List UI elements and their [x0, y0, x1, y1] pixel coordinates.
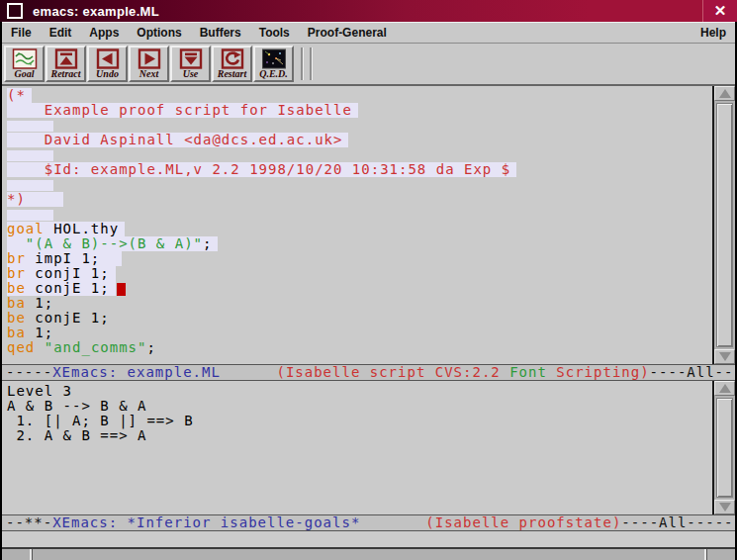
code-segment-keyword: br	[7, 265, 26, 281]
locked-region-highlight: be conjE 1;	[7, 281, 116, 296]
toolbar-button-label: Restart	[218, 69, 246, 79]
modeline-segment-black: -----	[6, 364, 52, 380]
code-segment-keyword: be	[7, 310, 26, 326]
script-line	[7, 147, 712, 162]
code-segment-comment: David Aspinall <da@dcs.ed.ac.uk>	[7, 132, 342, 147]
frame-resize-bar[interactable]	[2, 547, 735, 560]
menu-item-apps[interactable]: Apps	[80, 26, 128, 40]
scrollbar-down-arrow[interactable]	[714, 500, 735, 514]
minibuffer[interactable]	[2, 531, 735, 547]
script-line: be conjE 1;	[7, 311, 712, 326]
script-line	[7, 177, 712, 192]
modeline-segment-black	[360, 514, 425, 530]
script-line: ba 1;	[7, 296, 712, 311]
scrollbar-thumb[interactable]	[716, 398, 733, 498]
modeline-segment-blue: XEmacs: example.ML	[52, 364, 221, 380]
resize-grip-left[interactable]	[30, 549, 33, 560]
script-line: goal HOL.thy	[7, 222, 712, 236]
toolbar-use-button[interactable]: Use	[170, 46, 211, 82]
goals-modeline: --**-XEmacs: *Inferior isabelle-goals* (…	[2, 514, 735, 531]
toolbar-undo-button[interactable]: Undo	[87, 46, 128, 82]
locked-region-strip	[7, 180, 53, 191]
toolbar: GoalRetractUndoNextUseRestartQ.E.D.	[2, 44, 735, 86]
scrollbar-trough[interactable]	[714, 396, 735, 500]
undo-icon	[95, 48, 121, 69]
up-triangle-icon	[719, 89, 731, 98]
script-line: (*	[7, 88, 712, 103]
locked-region-strip	[7, 121, 53, 132]
script-line: br impI 1;	[7, 251, 712, 266]
toolbar-next-button[interactable]: Next	[129, 46, 169, 82]
scrollbar-up-arrow[interactable]	[714, 86, 735, 101]
locked-region-strip	[7, 210, 53, 221]
toolbar-button-label: Next	[139, 69, 158, 79]
code-segment-plain: impI 1;	[26, 250, 100, 266]
modeline-segment-red: Scripting)	[547, 364, 650, 380]
code-segment-comment: $Id: example.ML,v 2.2 1998/10/20 10:31:5…	[7, 161, 510, 177]
toolbar-button-label: Q.E.D.	[259, 69, 288, 79]
toolbar-goal-button[interactable]: Goal	[4, 46, 45, 82]
code-segment-comment: *)	[7, 191, 26, 207]
code-segment-keyword: ba	[7, 295, 26, 311]
modeline-segment-black: ----All---------	[621, 514, 735, 530]
modeline-segment-black: ----All-----	[650, 364, 735, 380]
qed-icon	[261, 48, 287, 69]
menubar: FileEditAppsOptionsBuffersToolsProof-Gen…	[2, 22, 735, 44]
code-segment-keyword: be	[7, 280, 26, 296]
script-line: be conjE 1;	[7, 281, 712, 296]
scrollbar-trough[interactable]	[714, 101, 735, 349]
script-modeline: -----XEmacs: example.ML (Isabelle script…	[2, 364, 735, 381]
toolbar-button-label: Undo	[96, 69, 119, 79]
toolbar-qed-button[interactable]: Q.E.D.	[253, 46, 294, 82]
script-scrollbar[interactable]	[712, 86, 735, 364]
menu-item-options[interactable]: Options	[128, 26, 190, 40]
locked-region-highlight: goal HOL.thy	[7, 222, 125, 236]
locked-region-highlight: David Aspinall <da@dcs.ed.ac.uk>	[7, 133, 348, 147]
code-segment-plain: conjE 1;	[26, 310, 110, 326]
goals-scrollbar[interactable]	[712, 381, 735, 514]
menu-item-proof-general[interactable]: Proof-General	[299, 26, 396, 40]
resize-grip-right[interactable]	[704, 549, 707, 560]
menu-item-help[interactable]: Help	[691, 23, 735, 43]
code-segment-plain	[35, 339, 44, 355]
window-menu-icon[interactable]	[7, 3, 23, 19]
code-segment-plain: conjE 1;	[26, 280, 110, 296]
modeline-segment-red: (Isabelle script CVS:2.2	[276, 364, 509, 380]
script-line: ba 1;	[7, 326, 712, 340]
window-title: emacs: example.ML	[33, 4, 159, 19]
code-segment-plain: 1;	[26, 295, 53, 311]
menu-item-edit[interactable]: Edit	[41, 26, 81, 40]
script-line: $Id: example.ML,v 2.2 1998/10/20 10:31:5…	[7, 162, 712, 177]
modeline-segment-black	[221, 364, 277, 380]
toolbar-button-label: Goal	[15, 69, 35, 79]
scrollbar-up-arrow[interactable]	[714, 381, 735, 396]
locked-region-highlight: $Id: example.ML,v 2.2 1998/10/20 10:31:5…	[7, 162, 516, 177]
script-buffer-window: (* Example proof script for Isabelle Dav…	[2, 86, 735, 364]
script-line	[7, 118, 712, 133]
locked-region-strip	[7, 150, 53, 161]
script-line: Example proof script for Isabelle	[7, 103, 712, 118]
goals-buffer-text[interactable]: Level 3A & B --> B & A 1. [| A; B |] ==>…	[2, 381, 712, 514]
goals-line: 1. [| A; B |] ==> B	[7, 414, 712, 428]
code-segment-string: "and_comms"	[45, 339, 147, 355]
script-line	[7, 207, 712, 222]
script-buffer-text[interactable]: (* Example proof script for Isabelle Dav…	[2, 86, 712, 364]
menu-item-buffers[interactable]: Buffers	[191, 26, 250, 40]
locked-region-highlight: br impI 1;	[7, 251, 122, 266]
toolbar-button-label: Retract	[51, 69, 81, 79]
scrollbar-down-arrow[interactable]	[714, 349, 735, 364]
code-segment-plain: 1;	[26, 325, 53, 340]
scrollbar-thumb[interactable]	[716, 103, 733, 347]
down-triangle-icon	[719, 503, 731, 512]
script-line: qed "and_comms";	[7, 340, 712, 355]
menu-item-file[interactable]: File	[2, 26, 41, 40]
up-triangle-icon	[719, 384, 731, 393]
modeline-segment-red: (Isabelle proofstate)	[425, 514, 621, 530]
toolbar-restart-button[interactable]: Restart	[212, 46, 252, 82]
close-button[interactable]: ✕	[702, 0, 737, 22]
toolbar-retract-button[interactable]: Retract	[46, 46, 86, 82]
down-triangle-icon	[719, 352, 731, 361]
code-segment-plain: conjI 1;	[26, 265, 110, 281]
menu-item-tools[interactable]: Tools	[250, 26, 299, 40]
goals-line: 2. A & B ==> A	[7, 428, 712, 443]
